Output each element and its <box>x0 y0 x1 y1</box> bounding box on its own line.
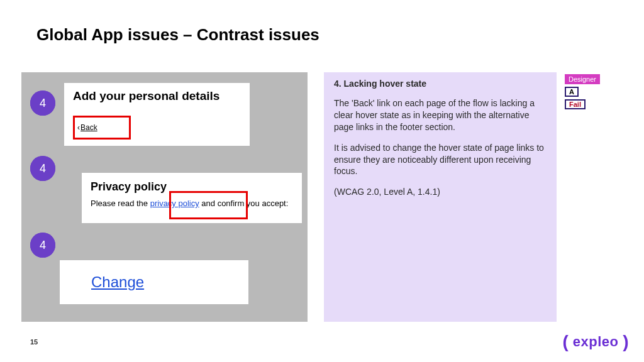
example2-heading: Privacy policy <box>91 180 293 194</box>
back-link[interactable]: Back <box>77 123 97 132</box>
issue-description-panel: 4. Lacking hover state The 'Back' link o… <box>324 72 557 322</box>
slide-title: Global App issues – Contrast issues <box>36 25 319 45</box>
tag-designer: Designer <box>565 74 600 84</box>
issue-paragraph-3: (WCAG 2.0, Level A, 1.4.1) <box>334 186 547 198</box>
issue-badge-1: 4 <box>30 90 55 116</box>
change-link[interactable]: Change <box>91 273 144 291</box>
tag-list: Designer A Fail <box>565 74 600 109</box>
tag-status: Fail <box>565 99 586 109</box>
highlight-box-back: Back <box>73 116 131 140</box>
issue-paragraph-2: It is advised to change the hover state … <box>334 142 547 178</box>
example-personal-details: Add your personal details Back <box>64 83 250 146</box>
page-number: 15 <box>30 338 38 346</box>
expleo-logo: ( expleo ) <box>562 331 629 351</box>
example1-heading: Add your personal details <box>73 89 241 103</box>
issue-heading: 4. Lacking hover state <box>334 79 547 89</box>
example2-text: Please read the privacy policy and confi… <box>91 199 288 208</box>
example-change-link: Change <box>60 260 248 304</box>
example-privacy-policy: Privacy policy Please read the privacy p… <box>82 173 302 223</box>
issue-paragraph-1: The 'Back' link on each page of the flow… <box>334 97 547 133</box>
example2-prefix: Please read the <box>91 199 150 208</box>
tag-level: A <box>565 87 579 97</box>
privacy-policy-link[interactable]: privacy policy <box>150 199 199 208</box>
issue-badge-2: 4 <box>30 156 55 181</box>
example2-suffix: and confirm you accept: <box>199 199 289 208</box>
issue-badge-3: 4 <box>30 233 55 258</box>
